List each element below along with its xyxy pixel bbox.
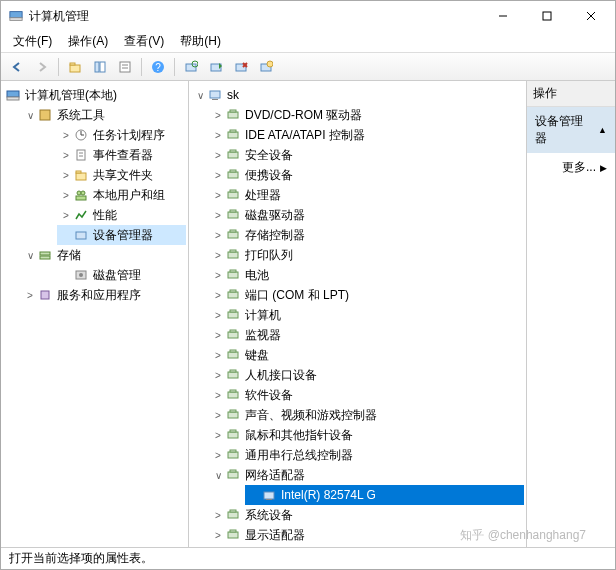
expand-icon[interactable]: > bbox=[211, 270, 225, 281]
device-category-6[interactable]: >存储控制器 bbox=[209, 225, 524, 245]
device-root[interactable]: ∨ sk bbox=[191, 85, 524, 105]
collapse-icon[interactable]: ∨ bbox=[211, 470, 225, 481]
expand-icon[interactable]: > bbox=[211, 530, 225, 541]
device-category-label: 鼠标和其他指针设备 bbox=[245, 427, 353, 444]
maximize-button[interactable] bbox=[525, 2, 569, 30]
expand-icon[interactable]: > bbox=[211, 510, 225, 521]
toolbar: ? bbox=[1, 53, 615, 81]
expand-icon[interactable]: > bbox=[211, 290, 225, 301]
svg-rect-57 bbox=[228, 232, 238, 238]
svg-rect-8 bbox=[95, 62, 99, 72]
expand-icon[interactable]: > bbox=[211, 310, 225, 321]
expand-icon[interactable]: > bbox=[59, 170, 73, 181]
menu-view[interactable]: 查看(V) bbox=[116, 31, 172, 52]
svg-rect-56 bbox=[230, 210, 236, 212]
left-item-0-3[interactable]: >本地用户和组 bbox=[57, 185, 186, 205]
device-category-9[interactable]: >端口 (COM 和 LPT) bbox=[209, 285, 524, 305]
expand-icon[interactable]: > bbox=[59, 130, 73, 141]
back-button[interactable] bbox=[5, 56, 29, 78]
device-category-5[interactable]: >磁盘驱动器 bbox=[209, 205, 524, 225]
expand-icon[interactable]: > bbox=[59, 150, 73, 161]
left-item-0-2[interactable]: >共享文件夹 bbox=[57, 165, 186, 185]
expand-icon[interactable]: > bbox=[211, 330, 225, 341]
collapse-icon[interactable]: ∨ bbox=[23, 250, 37, 261]
svg-rect-75 bbox=[228, 412, 238, 418]
device-category-15[interactable]: >声音、视频和游戏控制器 bbox=[209, 405, 524, 425]
left-item-0-1[interactable]: >事件查看器 bbox=[57, 145, 186, 165]
device-category-2[interactable]: >安全设备 bbox=[209, 145, 524, 165]
left-item-1-0[interactable]: 磁盘管理 bbox=[57, 265, 186, 285]
device-category-4[interactable]: >处理器 bbox=[209, 185, 524, 205]
expand-icon[interactable]: > bbox=[211, 390, 225, 401]
scan-hardware-button[interactable] bbox=[179, 56, 203, 78]
device-category-0[interactable]: >DVD/CD-ROM 驱动器 bbox=[209, 105, 524, 125]
actions-item-more[interactable]: 更多... ▶ bbox=[527, 153, 615, 182]
device-category-10[interactable]: >计算机 bbox=[209, 305, 524, 325]
svg-rect-59 bbox=[228, 252, 238, 258]
device-category-14[interactable]: >软件设备 bbox=[209, 385, 524, 405]
update-driver-button[interactable] bbox=[254, 56, 278, 78]
device-category-11[interactable]: >监视器 bbox=[209, 325, 524, 345]
uninstall-device-button[interactable] bbox=[229, 56, 253, 78]
menu-file[interactable]: 文件(F) bbox=[5, 31, 60, 52]
up-button[interactable] bbox=[63, 56, 87, 78]
expand-icon[interactable]: > bbox=[211, 430, 225, 441]
actions-item-device-manager[interactable]: 设备管理器 ▲ bbox=[527, 107, 615, 153]
device-category-1[interactable]: >IDE ATA/ATAPI 控制器 bbox=[209, 125, 524, 145]
device-category-19[interactable]: >系统设备 bbox=[209, 505, 524, 525]
expand-icon[interactable]: > bbox=[211, 130, 225, 141]
expand-icon[interactable]: > bbox=[211, 350, 225, 361]
device-category-16[interactable]: >鼠标和其他指针设备 bbox=[209, 425, 524, 445]
device-category-12[interactable]: >键盘 bbox=[209, 345, 524, 365]
collapse-icon[interactable]: ∨ bbox=[23, 110, 37, 121]
minimize-button[interactable] bbox=[481, 2, 525, 30]
show-hide-tree-button[interactable] bbox=[88, 56, 112, 78]
expand-icon[interactable]: > bbox=[211, 170, 225, 181]
svg-rect-78 bbox=[230, 430, 236, 432]
device-category-17[interactable]: >通用串行总线控制器 bbox=[209, 445, 524, 465]
device-category-7[interactable]: >打印队列 bbox=[209, 245, 524, 265]
chevron-right-icon: ▶ bbox=[600, 163, 607, 173]
expand-icon[interactable]: > bbox=[211, 230, 225, 241]
expand-icon[interactable]: > bbox=[23, 290, 37, 301]
device-item-18-0[interactable]: Intel(R) 82574L G bbox=[245, 485, 524, 505]
help-button[interactable]: ? bbox=[146, 56, 170, 78]
menu-action[interactable]: 操作(A) bbox=[60, 31, 116, 52]
expand-icon[interactable]: > bbox=[211, 210, 225, 221]
expand-icon[interactable]: > bbox=[211, 450, 225, 461]
expand-icon[interactable]: > bbox=[211, 250, 225, 261]
device-category-8[interactable]: >电池 bbox=[209, 265, 524, 285]
device-category-3[interactable]: >便携设备 bbox=[209, 165, 524, 185]
expand-icon[interactable]: > bbox=[59, 190, 73, 201]
device-category-18[interactable]: ∨网络适配器 bbox=[209, 465, 524, 485]
left-group-0[interactable]: ∨系统工具 bbox=[21, 105, 186, 125]
left-root[interactable]: 计算机管理(本地) bbox=[3, 85, 186, 105]
device-root-label: sk bbox=[227, 88, 239, 102]
left-group-2[interactable]: >服务和应用程序 bbox=[21, 285, 186, 305]
expand-icon[interactable]: > bbox=[59, 210, 73, 221]
device-category-13[interactable]: >人机接口设备 bbox=[209, 365, 524, 385]
expand-icon[interactable]: > bbox=[211, 370, 225, 381]
device-category-20[interactable]: >显示适配器 bbox=[209, 525, 524, 545]
svg-rect-62 bbox=[230, 270, 236, 272]
left-item-0-5[interactable]: 设备管理器 bbox=[57, 225, 186, 245]
left-group-1[interactable]: ∨存储 bbox=[21, 245, 186, 265]
item-icon bbox=[73, 227, 89, 243]
device-category-icon bbox=[225, 507, 241, 523]
left-item-0-0[interactable]: >任务计划程序 bbox=[57, 125, 186, 145]
menu-help[interactable]: 帮助(H) bbox=[172, 31, 229, 52]
properties-button[interactable] bbox=[113, 56, 137, 78]
expand-icon[interactable]: > bbox=[211, 410, 225, 421]
svg-rect-67 bbox=[228, 332, 238, 338]
enable-device-button[interactable] bbox=[204, 56, 228, 78]
expand-icon[interactable]: > bbox=[211, 190, 225, 201]
forward-button[interactable] bbox=[30, 56, 54, 78]
expand-icon[interactable]: > bbox=[211, 110, 225, 121]
svg-rect-32 bbox=[76, 173, 86, 180]
device-category-21[interactable]: >音频输入和输出 bbox=[209, 545, 524, 547]
close-button[interactable] bbox=[569, 2, 613, 30]
expand-icon[interactable]: > bbox=[211, 150, 225, 161]
left-item-0-4[interactable]: >性能 bbox=[57, 205, 186, 225]
svg-rect-38 bbox=[40, 252, 50, 255]
expand-icon[interactable]: ∨ bbox=[193, 90, 207, 101]
